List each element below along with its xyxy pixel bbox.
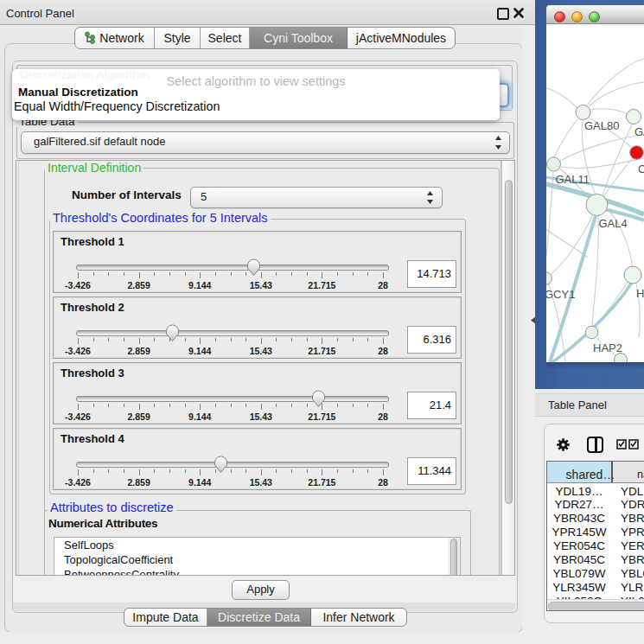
svg-text:HIS4: HIS4: [636, 287, 644, 300]
svg-text:GAL3: GAL3: [634, 125, 644, 138]
svg-text:HAP2: HAP2: [593, 341, 622, 354]
svg-text:GAL80: GAL80: [584, 119, 619, 132]
svg-text:GCY1: GCY1: [546, 288, 575, 301]
svg-text:GAL11: GAL11: [556, 173, 590, 186]
svg-text:CRP1: CRP1: [638, 163, 644, 175]
svg-text:GAL4: GAL4: [599, 217, 628, 230]
